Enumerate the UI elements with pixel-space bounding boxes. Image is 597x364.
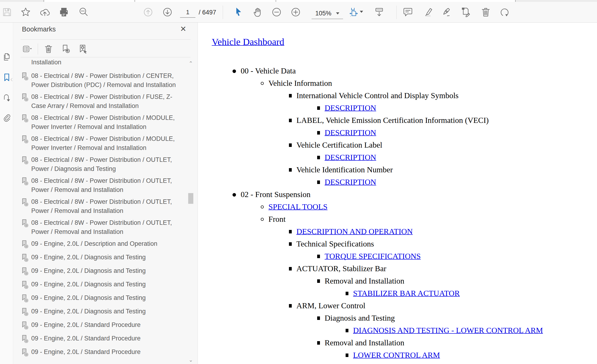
paperclip-icon	[2, 114, 12, 123]
bookmark-item[interactable]: 09 - Engine, 2.0L / Description and Oper…	[21, 239, 188, 250]
document-title-link[interactable]: Vehicle Dashboard	[212, 36, 284, 47]
scroll-mode-button[interactable]	[371, 4, 387, 21]
bookmark-item[interactable]: 09 - Engine, 2.0L / Diagnosis and Testin…	[21, 293, 188, 304]
bookmark-item[interactable]: 09 - Engine, 2.0L / Diagnosis and Testin…	[21, 307, 188, 318]
bookmark-item[interactable]: Installation	[21, 58, 188, 69]
delete-pages-button[interactable]	[478, 4, 494, 21]
bookmark-page-icon	[21, 294, 29, 303]
zoom-out-button[interactable]	[269, 4, 284, 21]
search-icon	[78, 7, 89, 17]
search-button[interactable]	[76, 4, 91, 21]
locate-bookmark-button[interactable]	[76, 42, 90, 56]
scroll-up-arrow[interactable]: ⌃	[189, 60, 193, 66]
trash-icon	[43, 44, 54, 54]
organize-pages-icon	[461, 7, 471, 17]
save-button[interactable]	[0, 4, 15, 21]
bullet-icon	[317, 279, 320, 283]
outline-row: Vehicle Identification Number	[198, 164, 597, 176]
outline-link[interactable]: DESCRIPTION	[325, 128, 376, 137]
bullet-icon	[317, 255, 320, 258]
outline-text: 00 - Vehicle Data	[241, 66, 296, 76]
outline-link[interactable]: LOWER CONTROL ARM	[353, 350, 440, 360]
document-outline: 00 - Vehicle DataVehicle InformationInte…	[198, 65, 597, 364]
attachments-button[interactable]	[1, 112, 13, 125]
bookmark-item[interactable]: 08 - Electrical / 8W - Power Distributio…	[21, 71, 188, 89]
bookmark-item[interactable]: 09 - Engine, 2.0L / Diagnosis and Testin…	[21, 266, 188, 277]
select-tool-button[interactable]	[231, 4, 246, 21]
outline-row: LOWER CONTROL ARM	[198, 349, 597, 361]
next-page-button[interactable]	[160, 4, 175, 21]
bookmark-item[interactable]: 08 - Electrical / 8W - Power Distributio…	[21, 218, 188, 237]
outline-row: DESCRIPTION	[198, 151, 597, 164]
bookmark-item[interactable]: 08 - Electrical / 8W - Power Distributio…	[21, 176, 188, 194]
page-thumbnails-button[interactable]	[1, 50, 13, 63]
comment-button[interactable]	[400, 4, 416, 21]
outline-link[interactable]: DESCRIPTION	[325, 103, 376, 113]
outline-text: Removal and Installation	[325, 276, 404, 286]
bookmark-page-icon	[21, 307, 29, 317]
close-panel-button[interactable]: ✕	[180, 24, 186, 33]
hand-tool-button[interactable]	[250, 4, 265, 21]
bullet-icon	[289, 119, 292, 122]
outline-link[interactable]: SPECIAL TOOLS	[268, 202, 327, 212]
organize-pages-button[interactable]	[458, 4, 474, 21]
bookmark-item[interactable]: 08 - Electrical / 8W - Power Distributio…	[21, 92, 188, 111]
outline-link[interactable]: STABILIZER BAR ACTUATOR	[353, 289, 460, 298]
rotate-pages-button[interactable]	[497, 4, 512, 21]
zoom-level-dropdown[interactable]: 105%	[312, 6, 343, 19]
page-count-label: / 6497	[199, 9, 216, 16]
outline-link[interactable]: DESCRIPTION	[325, 177, 376, 187]
sign-button[interactable]	[439, 4, 455, 21]
bookmark-item-icon-wrap	[21, 334, 31, 345]
outline-text: Vehicle Certification Label	[296, 140, 382, 150]
highlighter-icon	[422, 7, 433, 17]
bookmark-item[interactable]: 08 - Electrical / 8W - Power Distributio…	[21, 134, 188, 152]
fit-width-button[interactable]	[347, 4, 362, 21]
outline-link[interactable]: DIAGNOSIS AND TESTING - LOWER CONTROL AR…	[353, 326, 543, 335]
page-number-input[interactable]	[180, 7, 196, 18]
previous-page-button[interactable]	[140, 4, 156, 21]
bookmark-item[interactable]: 09 - Engine, 2.0L / Standard Procedure	[21, 348, 188, 358]
bookmark-page-icon	[21, 93, 29, 102]
zoom-in-button[interactable]	[288, 4, 303, 21]
bookmark-item-label: 08 - Electrical / 8W - Power Distributio…	[31, 197, 179, 215]
scrollbar-thumb[interactable]	[188, 193, 193, 204]
delete-bookmark-button[interactable]	[42, 42, 55, 56]
navigation-rail: ‹	[0, 23, 13, 364]
outline-link[interactable]: DESCRIPTION AND OPERATION	[296, 227, 413, 236]
options-menu-icon	[22, 44, 32, 54]
outline-link[interactable]: TORQUE SPECIFICATIONS	[325, 252, 421, 261]
bookmark-item-label: 09 - Engine, 2.0L / Standard Procedure	[31, 320, 179, 331]
bookmark-page-icon	[21, 334, 29, 344]
outline-link[interactable]: DESCRIPTION	[325, 153, 376, 162]
bookmark-item-icon-wrap	[21, 320, 31, 331]
bookmark-page-icon	[21, 72, 29, 81]
scroll-down-arrow[interactable]: ⌄	[189, 357, 193, 363]
bookmark-options-button[interactable]	[21, 42, 34, 56]
plus-circle-icon	[290, 7, 301, 17]
bookmark-item[interactable]: 09 - Engine, 2.0L / Diagnosis and Testin…	[21, 280, 188, 291]
bookmark-item[interactable]: 09 - Engine, 2.0L / Standard Procedure	[21, 334, 188, 345]
new-bookmark-button[interactable]	[59, 42, 72, 56]
bookmark-item[interactable]: 08 - Electrical / 8W - Power Distributio…	[21, 155, 188, 174]
destinations-button[interactable]	[1, 91, 13, 104]
bookmarks-scrollbar[interactable]: ⌃ ⌄	[187, 59, 194, 364]
bookmark-item[interactable]: 09 - Engine, 2.0L / Standard Procedure	[21, 320, 188, 331]
print-button[interactable]	[56, 4, 71, 21]
bookmark-page-icon	[21, 156, 29, 165]
share-upload-button[interactable]	[37, 4, 53, 21]
zoom-level-value: 105%	[315, 10, 331, 17]
star-favorite-button[interactable]	[18, 4, 33, 21]
bookmark-page-icon	[21, 219, 29, 228]
outline-row: 00 - Vehicle Data	[198, 65, 597, 77]
outline-row: DIAGNOSIS AND TESTING - LOWER CONTROL AR…	[198, 324, 597, 337]
outline-text: International Vehicle Control and Displa…	[296, 91, 458, 100]
bookmark-item[interactable]: 09 - Engine, 2.0L / Diagnosis and Testin…	[21, 253, 188, 263]
outline-text: Front	[268, 214, 286, 224]
outline-text: Diagnosis and Testing	[325, 313, 395, 323]
highlight-button[interactable]	[420, 4, 435, 21]
bookmark-item-icon-wrap	[21, 113, 31, 132]
bookmark-item[interactable]: 08 - Electrical / 8W - Power Distributio…	[21, 197, 188, 215]
bookmark-item[interactable]: 08 - Electrical / 8W - Power Distributio…	[21, 113, 188, 132]
bookmark-item-icon-wrap	[21, 176, 31, 194]
